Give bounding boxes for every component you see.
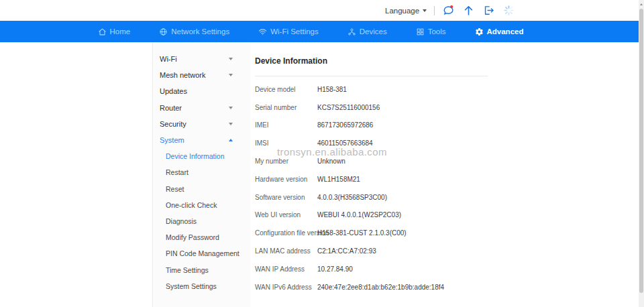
topbar-separator bbox=[434, 6, 435, 15]
info-label: Web UI version bbox=[255, 211, 317, 219]
sidebar-subitem-label: Restart bbox=[166, 168, 189, 176]
gear-icon bbox=[475, 27, 484, 36]
info-label: Configuration file version bbox=[255, 229, 317, 237]
sidebar-item-security[interactable]: Security bbox=[153, 116, 250, 132]
info-value: 460115057663684 bbox=[317, 139, 373, 147]
info-value: WEBUI 4.0.0.1(W2SP2C03) bbox=[317, 211, 401, 219]
info-label: Hardware version bbox=[255, 176, 317, 183]
info-value: KCS7S25116000156 bbox=[317, 104, 380, 111]
sidebar-item-system[interactable]: System bbox=[153, 132, 250, 148]
info-row-device-model: Device model H158-381 bbox=[255, 80, 543, 99]
info-value: 4.0.0.3(H3568SP3C00) bbox=[317, 194, 387, 201]
vertical-scrollbar[interactable] bbox=[639, 0, 644, 307]
info-row-imsi: IMSI 460115057663684 bbox=[255, 134, 543, 152]
info-label: WAN IPv6 Address bbox=[255, 284, 317, 291]
devices-icon bbox=[347, 27, 356, 36]
nav-item-devices[interactable]: Devices bbox=[347, 27, 387, 36]
sidebar-item-label: Security bbox=[160, 120, 186, 128]
info-value: 867173065972686 bbox=[317, 121, 373, 129]
nav-item-tools[interactable]: Tools bbox=[416, 27, 446, 36]
info-value: WL1H158M21 bbox=[317, 176, 360, 183]
sidebar-item-router[interactable]: Router bbox=[153, 100, 250, 116]
chevron-down-icon bbox=[423, 9, 427, 12]
sidebar-subitem-diagnosis[interactable]: Diagnosis bbox=[153, 213, 250, 229]
nav-item-label: Devices bbox=[360, 27, 387, 36]
sidebar-item-label: System bbox=[160, 136, 184, 144]
sidebar-subitem-modify-password[interactable]: Modify Password bbox=[153, 229, 250, 245]
chevron-up-icon bbox=[229, 139, 233, 141]
info-label: Serial number bbox=[255, 104, 317, 111]
sidebar-item-label: Wi-Fi bbox=[160, 55, 177, 63]
chevron-down-icon bbox=[229, 74, 233, 76]
sidebar-subitem-reset[interactable]: Reset bbox=[153, 181, 250, 197]
info-row-imei: IMEI 867173065972686 bbox=[255, 117, 543, 135]
info-row-lan-mac-address: LAN MAC address C2:1A:CC:A7:02:93 bbox=[255, 242, 543, 260]
nav-item-network-settings[interactable]: Network Settings bbox=[159, 27, 229, 36]
info-row-serial-number: Serial number KCS7S25116000156 bbox=[255, 99, 543, 117]
sidebar-item-label: Mesh network bbox=[160, 71, 205, 79]
scrollbar-thumb[interactable] bbox=[639, 9, 643, 293]
upload-icon[interactable] bbox=[462, 4, 475, 17]
sidebar-item-updates[interactable]: Updates bbox=[153, 83, 250, 99]
sidebar-subitem-label: PIN Code Management bbox=[166, 249, 239, 257]
globe-icon bbox=[159, 27, 168, 36]
nav-item-home[interactable]: Home bbox=[98, 27, 131, 36]
info-label: WAN IP Address bbox=[255, 265, 317, 273]
sidebar-item-label: Router bbox=[160, 104, 182, 112]
tools-icon bbox=[416, 27, 425, 36]
chevron-down-icon bbox=[229, 58, 233, 60]
chat-icon[interactable] bbox=[442, 4, 455, 17]
sidebar-subitem-system-settings[interactable]: System Settings bbox=[153, 278, 250, 294]
page-title: Device Information bbox=[255, 56, 543, 66]
chevron-down-icon bbox=[229, 107, 233, 109]
nav-item-advanced[interactable]: Advanced bbox=[475, 27, 524, 36]
nav-item-label: Tools bbox=[428, 27, 446, 36]
sidebar-subitem-restart[interactable]: Restart bbox=[153, 164, 250, 180]
scroll-up-icon bbox=[640, 3, 643, 5]
topbar-cluster: Language bbox=[385, 0, 515, 21]
sidebar-item-wifi[interactable]: Wi-Fi bbox=[153, 51, 250, 67]
sidebar-subitem-label: Time Settings bbox=[166, 266, 209, 274]
info-row-my-number: My number Unknown bbox=[255, 152, 543, 170]
loading-icon bbox=[502, 4, 515, 17]
nav-item-wifi-settings[interactable]: Wi-Fi Settings bbox=[258, 27, 319, 36]
info-value: H158-381 bbox=[317, 86, 347, 93]
info-label: IMEI bbox=[255, 121, 317, 129]
info-row-wan-ip-address: WAN IP Address 10.27.84.90 bbox=[255, 260, 543, 278]
info-row-hardware-version: Hardware version WL1H158M21 bbox=[255, 170, 543, 188]
wifi-icon bbox=[258, 27, 267, 36]
info-value: Unknown bbox=[317, 158, 345, 165]
nav-item-label: Network Settings bbox=[171, 27, 229, 36]
logout-icon[interactable] bbox=[482, 4, 495, 17]
info-label: LAN MAC address bbox=[255, 247, 317, 255]
sidebar-subitem-label: System Settings bbox=[166, 282, 217, 290]
nav-item-label: Advanced bbox=[487, 27, 524, 36]
language-label: Language bbox=[385, 7, 419, 15]
sidebar-subitem-label: Device Information bbox=[166, 152, 225, 160]
info-value: H158-381-CUST 2.1.0.3(C00) bbox=[317, 229, 407, 237]
main-nav-bar: Home Network Settings Wi-Fi Settings Dev… bbox=[0, 21, 639, 42]
info-label: IMSI bbox=[255, 139, 317, 147]
sidebar-subitem-device-information[interactable]: Device Information bbox=[153, 148, 250, 164]
sidebar-item-label: Updates bbox=[160, 87, 187, 95]
info-row-wan-ipv6-address: WAN IPv6 Address 240e:47e:2ee8:d1ab:b62e… bbox=[255, 278, 543, 296]
info-value: 240e:47e:2ee8:d1ab:b62e:1b9b:adde:18f4 bbox=[317, 284, 444, 291]
device-info-list: Device model H158-381 Serial number KCS7… bbox=[255, 80, 543, 296]
sidebar-subitem-label: Reset bbox=[166, 185, 184, 193]
main-content: Device Information Device model H158-381… bbox=[255, 42, 543, 296]
sidebar-subitem-label: Diagnosis bbox=[166, 217, 197, 225]
sidebar-subitem-pin-code-management[interactable]: PIN Code Management bbox=[153, 245, 250, 261]
nav-item-label: Home bbox=[110, 27, 131, 36]
info-label: My number bbox=[255, 158, 317, 165]
sidebar-item-mesh-network[interactable]: Mesh network bbox=[153, 67, 250, 83]
info-label: Device model bbox=[255, 86, 317, 93]
language-dropdown[interactable]: Language bbox=[385, 7, 427, 15]
sidebar-subitem-one-click-check[interactable]: One-click Check bbox=[153, 197, 250, 213]
sidebar-subitem-time-settings[interactable]: Time Settings bbox=[153, 261, 250, 278]
title-divider bbox=[255, 76, 488, 76]
chevron-down-icon bbox=[229, 123, 233, 125]
info-value: C2:1A:CC:A7:02:93 bbox=[317, 247, 376, 255]
top-bar: Language bbox=[0, 0, 639, 21]
info-row-software-version: Software version 4.0.0.3(H3568SP3C00) bbox=[255, 188, 543, 206]
scrollbar-up-button[interactable] bbox=[639, 0, 644, 8]
